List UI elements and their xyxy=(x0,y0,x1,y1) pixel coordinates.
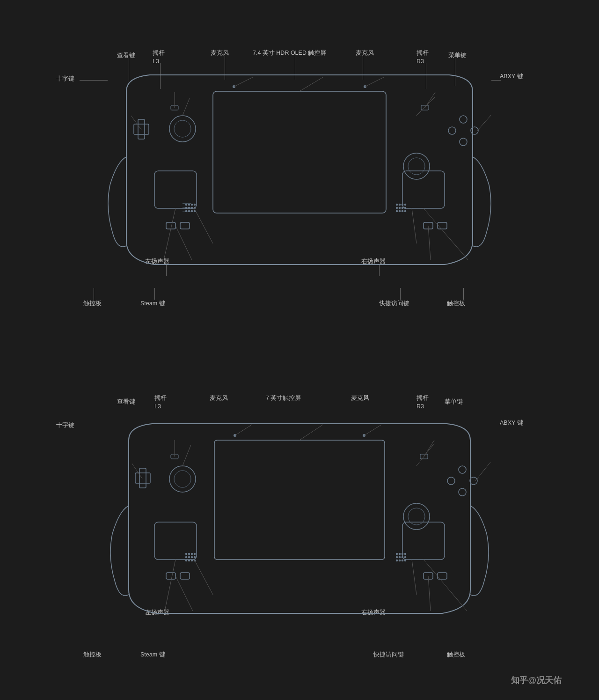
svg-rect-64 xyxy=(214,440,385,560)
label-mic-left-2: 麦克风 xyxy=(210,394,228,402)
label-steam-key-1: Steam 键 xyxy=(140,300,165,308)
svg-line-56 xyxy=(425,92,435,108)
svg-point-31 xyxy=(471,127,478,134)
deck-diagram-2 xyxy=(89,410,510,639)
section2: 十字键 查看键 摇杆 L3 麦克风 7 英寸触控屏 麦克风 摇杆 R3 菜单键 … xyxy=(42,375,557,700)
svg-point-67 xyxy=(169,466,196,492)
label-cross-key-1: 十字键 xyxy=(56,75,74,83)
svg-line-114 xyxy=(364,425,381,435)
svg-line-51 xyxy=(183,98,190,116)
svg-point-89 xyxy=(459,488,466,496)
svg-point-101 xyxy=(396,560,398,561)
svg-point-90 xyxy=(447,477,455,485)
svg-rect-23 xyxy=(180,222,190,229)
label-mic-left-1: 麦克风 xyxy=(211,49,229,57)
svg-point-18 xyxy=(186,211,187,212)
svg-rect-83 xyxy=(180,573,190,579)
svg-point-100 xyxy=(405,557,406,558)
label-cross-key-2: 十字键 xyxy=(56,421,74,429)
svg-line-118 xyxy=(165,560,175,611)
svg-point-14 xyxy=(186,207,187,209)
svg-point-78 xyxy=(186,560,187,561)
svg-line-60 xyxy=(194,208,213,243)
svg-point-13 xyxy=(194,204,196,206)
svg-line-49 xyxy=(131,116,141,130)
svg-point-21 xyxy=(194,211,196,212)
svg-point-93 xyxy=(396,553,398,555)
svg-point-88 xyxy=(459,466,466,473)
svg-rect-2 xyxy=(134,124,149,134)
svg-point-38 xyxy=(399,207,401,209)
label-quick-access-1: 快捷访问键 xyxy=(379,300,409,308)
svg-point-39 xyxy=(402,207,403,209)
svg-rect-65 xyxy=(139,468,146,488)
svg-point-12 xyxy=(191,204,193,206)
svg-point-30 xyxy=(448,127,456,134)
svg-line-58 xyxy=(164,208,175,260)
svg-point-79 xyxy=(189,560,190,561)
svg-line-112 xyxy=(235,425,252,435)
svg-point-28 xyxy=(460,116,467,123)
svg-line-54 xyxy=(365,77,384,87)
svg-point-102 xyxy=(399,560,401,561)
label-menu-key-2: 菜单键 xyxy=(445,398,463,406)
svg-line-52 xyxy=(234,77,253,87)
svg-point-19 xyxy=(189,211,190,212)
label-menu-key-1: 菜单键 xyxy=(448,52,467,59)
section1: 十字键 查看键 摇杆 L3 麦克风 7.4 英寸 HDR OLED 触控屏 麦克… xyxy=(42,28,557,346)
svg-point-42 xyxy=(399,211,401,212)
svg-line-116 xyxy=(424,440,434,457)
page-container: 十字键 查看键 摇杆 L3 麦克风 7.4 英寸 HDR OLED 触控屏 麦克… xyxy=(0,0,599,700)
deck-diagram-1 xyxy=(89,63,510,288)
watermark: 知乎@况天佑 xyxy=(511,675,562,686)
label-touchpad-right-2: 触控板 xyxy=(447,651,465,659)
svg-point-29 xyxy=(460,138,467,146)
label-mic-right-2: 麦克风 xyxy=(351,394,369,402)
svg-rect-5 xyxy=(154,171,197,208)
svg-point-20 xyxy=(191,211,193,212)
label-quick-access-2: 快捷访问键 xyxy=(373,651,404,659)
svg-point-70 xyxy=(186,553,187,555)
label-screen-1: 7.4 英寸 HDR OLED 触控屏 xyxy=(253,49,326,57)
svg-line-121 xyxy=(412,560,416,595)
svg-point-33 xyxy=(396,204,398,206)
svg-point-71 xyxy=(189,553,190,555)
label-view-key-2: 查看键 xyxy=(117,398,135,406)
svg-point-95 xyxy=(402,553,403,555)
svg-point-103 xyxy=(402,560,403,561)
svg-line-117 xyxy=(475,462,490,481)
svg-line-57 xyxy=(477,115,491,131)
svg-point-37 xyxy=(396,207,398,209)
label-touchpad-left-2: 触控板 xyxy=(83,651,102,659)
svg-rect-66 xyxy=(135,473,150,483)
svg-line-59 xyxy=(175,226,192,260)
svg-point-74 xyxy=(186,557,187,558)
label-joystick-l3-2: 摇杆 L3 xyxy=(154,394,167,411)
svg-rect-69 xyxy=(154,522,197,560)
svg-line-111 xyxy=(183,445,191,466)
svg-point-97 xyxy=(396,557,398,558)
svg-line-62 xyxy=(428,226,431,260)
svg-point-86 xyxy=(403,503,430,530)
svg-point-41 xyxy=(396,211,398,212)
label-mic-right-1: 麦克风 xyxy=(356,49,374,57)
svg-point-36 xyxy=(405,204,406,206)
svg-point-40 xyxy=(405,207,406,209)
svg-point-15 xyxy=(189,207,190,209)
svg-rect-46 xyxy=(438,222,447,229)
svg-point-72 xyxy=(191,553,193,555)
label-touchpad-right-1: 触控板 xyxy=(447,300,465,308)
svg-line-113 xyxy=(300,425,323,440)
svg-line-109 xyxy=(132,464,142,479)
svg-line-53 xyxy=(300,77,323,91)
svg-point-94 xyxy=(399,553,401,555)
svg-point-44 xyxy=(405,211,406,212)
svg-point-34 xyxy=(399,204,401,206)
svg-point-98 xyxy=(399,557,401,558)
svg-point-43 xyxy=(402,211,403,212)
svg-point-91 xyxy=(470,477,477,485)
svg-point-27 xyxy=(408,158,425,175)
svg-point-10 xyxy=(186,204,187,206)
svg-point-75 xyxy=(189,557,190,558)
label-joystick-r3-2: 摇杆 R3 xyxy=(416,394,429,411)
